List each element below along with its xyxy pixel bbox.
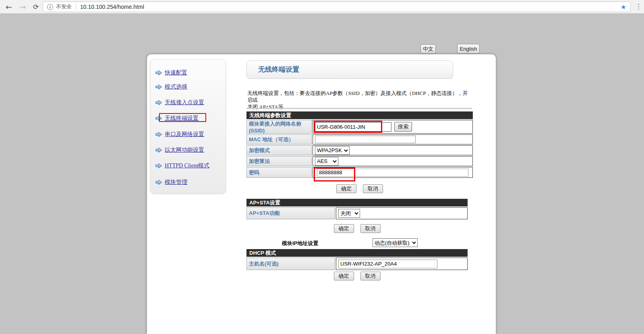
- page-title-box: 无线终端设置: [246, 60, 453, 78]
- sidebar-link[interactable]: 无线接入点设置: [165, 99, 204, 106]
- sidebar-item-module-mgmt[interactable]: 模块管理: [155, 178, 187, 186]
- table-row-enc-alg: 加密算法 AES: [246, 156, 473, 166]
- ssid-label: 模块要接入的网络名称(SSID): [246, 120, 312, 134]
- back-icon[interactable]: ←: [6, 1, 12, 12]
- page-title: 无线终端设置: [247, 61, 453, 78]
- arrow-icon: [155, 163, 162, 169]
- search-button[interactable]: 搜索: [394, 122, 412, 132]
- page-background: 中文 English 快速配置 模式选择 无线接入点设置 无线终端设置: [0, 14, 644, 334]
- forward-icon[interactable]: →: [19, 1, 26, 12]
- arrow-icon: [155, 84, 162, 90]
- arrow-icon: [155, 115, 162, 121]
- sidebar-link[interactable]: 快速配置: [165, 69, 187, 76]
- table-row-apsta-func: AP+STA功能 关闭: [246, 207, 468, 219]
- table-row-enc-mode: 加密模式 WPA2PSK: [246, 145, 473, 155]
- sidebar-item-serial-network[interactable]: 串口及网络设置: [155, 130, 204, 138]
- sidebar-link[interactable]: 以太网功能设置: [165, 146, 204, 154]
- address-separator: [76, 4, 76, 10]
- password-label: 密码: [246, 167, 312, 178]
- hostname-value-cell: [336, 258, 468, 270]
- arrow-icon: [155, 147, 162, 153]
- security-label: 不安全: [56, 3, 72, 10]
- apsta-table-header: AP+STA设置: [246, 199, 468, 206]
- page-description: 无线终端设置，包括：要去连接的AP参数（SSID，加密）及接入模式（DHCP，静…: [247, 90, 473, 110]
- mac-input[interactable]: [315, 136, 416, 143]
- sidebar-item-sta-settings[interactable]: 无线终端设置: [155, 114, 199, 122]
- url-text[interactable]: 10.10.100.254/home.html: [80, 4, 144, 10]
- sidebar-item-ap-settings[interactable]: 无线接入点设置: [155, 99, 204, 107]
- english-language-button[interactable]: English: [457, 44, 480, 54]
- sta-buttons-row: 确定 取消: [246, 184, 473, 193]
- ssid-value-cell: 搜索: [313, 120, 473, 134]
- chinese-language-button[interactable]: 中文: [420, 44, 436, 54]
- sidebar-link[interactable]: 模块管理: [165, 179, 187, 186]
- apsta-func-value-cell: 关闭: [336, 207, 468, 219]
- arrow-icon: [155, 70, 162, 76]
- sta-cancel-button[interactable]: 取消: [363, 184, 383, 193]
- mac-value-cell: [313, 134, 473, 144]
- dhcp-table: DHCP 模式 主机名(可选): [246, 249, 468, 270]
- ssid-input[interactable]: [315, 122, 391, 132]
- sidebar-link[interactable]: HTTPD Client模式: [165, 162, 209, 169]
- module-ip-label: 模块IP地址设置: [282, 240, 318, 247]
- apsta-settings-table: AP+STA设置 AP+STA功能 关闭: [246, 199, 468, 219]
- dhcp-ok-button[interactable]: 确定: [334, 272, 354, 280]
- sidebar-item-quick-config[interactable]: 快速配置: [155, 69, 187, 77]
- hostname-input[interactable]: [338, 260, 437, 268]
- arrow-icon: [155, 100, 162, 105]
- arrow-icon: [155, 132, 162, 137]
- table-row-password: 密码: [246, 167, 473, 178]
- info-icon[interactable]: i: [47, 4, 53, 10]
- enc-alg-label: 加密算法: [246, 156, 312, 166]
- bookmark-star-icon[interactable]: ★: [621, 3, 626, 11]
- table-row-hostname: 主机名(可选): [246, 258, 468, 270]
- dhcp-cancel-button[interactable]: 取消: [360, 272, 381, 280]
- hostname-label: 主机名(可选): [246, 258, 335, 270]
- mac-label: MAC 地址（可选）: [246, 134, 312, 144]
- password-value-cell: [313, 167, 473, 178]
- browser-toolbar: ← → ⟳ i 不安全 10.10.100.254/home.html ★ ⋮: [0, 0, 644, 14]
- apsta-func-label: AP+STA功能: [246, 207, 335, 219]
- enc-mode-label: 加密模式: [246, 145, 312, 155]
- sidebar-link[interactable]: 无线终端设置: [165, 115, 199, 122]
- enc-mode-select[interactable]: WPA2PSK: [315, 146, 350, 155]
- sidebar-link[interactable]: 串口及网络设置: [165, 131, 204, 138]
- sta-ok-button[interactable]: 确定: [336, 184, 356, 193]
- address-bar[interactable]: i 不安全 10.10.100.254/home.html ★: [43, 2, 631, 12]
- sta-table-header: 无线终端参数设置: [246, 111, 473, 119]
- content-panel: 快速配置 模式选择 无线接入点设置 无线终端设置 串口及网络设置 以太网: [147, 54, 496, 334]
- password-input[interactable]: [317, 169, 468, 177]
- apsta-func-select[interactable]: 关闭: [338, 209, 360, 218]
- table-row-mac: MAC 地址（可选）: [246, 134, 473, 144]
- sidebar: 快速配置 模式选择 无线接入点设置 无线终端设置 串口及网络设置 以太网: [150, 59, 226, 194]
- module-ip-select[interactable]: 动态(自动获取): [373, 238, 418, 247]
- apsta-ok-button[interactable]: 确定: [334, 224, 354, 233]
- dhcp-buttons-row: 确定 取消: [246, 272, 468, 280]
- enc-alg-value-cell: AES: [313, 156, 473, 166]
- table-row-ssid: 模块要接入的网络名称(SSID) 搜索: [246, 120, 473, 134]
- description-line2: 关闭 AP+STA等。: [247, 103, 473, 110]
- divider: [246, 108, 472, 109]
- dhcp-table-header: DHCP 模式: [246, 249, 468, 257]
- browser-menu-icon[interactable]: ⋮: [635, 2, 642, 10]
- sidebar-item-ethernet[interactable]: 以太网功能设置: [155, 146, 204, 154]
- description-line1: 无线终端设置，包括：要去连接的AP参数（SSID，加密）及接入模式（DHCP，静…: [247, 90, 473, 103]
- apsta-cancel-button[interactable]: 取消: [360, 224, 381, 233]
- sidebar-item-httpd-client[interactable]: HTTPD Client模式: [155, 162, 209, 170]
- apsta-buttons-row: 确定 取消: [246, 224, 468, 233]
- sidebar-link[interactable]: 模式选择: [165, 83, 187, 91]
- arrow-icon: [155, 179, 162, 185]
- enc-alg-select[interactable]: AES: [315, 157, 338, 166]
- refresh-icon[interactable]: ⟳: [33, 1, 39, 12]
- sta-settings-table: 无线终端参数设置 模块要接入的网络名称(SSID) 搜索 MAC 地址（可选） …: [246, 111, 473, 178]
- sidebar-item-mode-select[interactable]: 模式选择: [155, 83, 187, 91]
- enc-mode-value-cell: WPA2PSK: [313, 145, 473, 155]
